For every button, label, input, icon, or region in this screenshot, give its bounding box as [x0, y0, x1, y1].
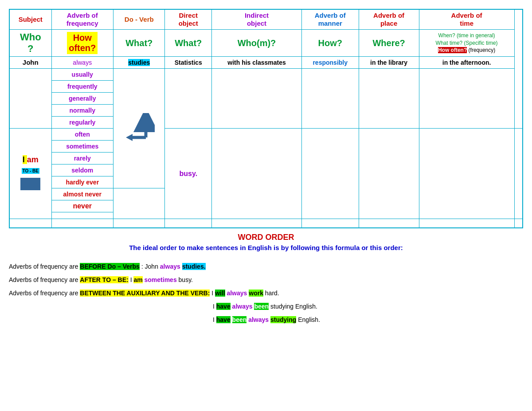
arrow-cell: [113, 69, 165, 188]
before-do-verbs-highlight: BEFORE Do – Verbs: [80, 263, 140, 270]
empty-manner-bottom: [359, 129, 419, 219]
john-row: John always studies Statistics with his …: [9, 57, 523, 69]
empty-last-row: [9, 219, 523, 228]
th-subject: Subject: [9, 9, 51, 30]
th-adv-freq: Adverb offrequency: [51, 9, 113, 30]
arrow-icon: [124, 113, 155, 144]
bottom-line-2: Adverbs of frequency are AFTER TO – BE: …: [9, 274, 523, 286]
word-order-subtitle: The ideal order to make sentences in Eng…: [9, 244, 523, 251]
q-adv-place: Where?: [359, 30, 419, 57]
empty-direct-top: [165, 69, 212, 129]
main-table: Subject Adverb offrequency Do - Verb Dir…: [9, 9, 523, 228]
question-row: Who? Howoften? What? What? Who(m)? How?: [9, 30, 523, 57]
q-do-verb: What?: [113, 30, 165, 57]
after-to-be-highlight: AFTER TO – BE:: [80, 276, 128, 283]
empty-place-top: [359, 69, 419, 129]
john-adv-manner: responsibly: [301, 57, 359, 69]
bottom-line-4: I have always been studying English.: [213, 300, 523, 313]
q-adv-time: When? (time in general) What time? (Spec…: [419, 30, 514, 57]
bottom-section: Adverbs of frequency are BEFORE Do – Ver…: [9, 260, 523, 326]
bottom-line-3: Adverbs of frequency are BETWEEN THE AUX…: [9, 287, 523, 299]
svg-marker-3: [126, 134, 133, 141]
bottom-line-5: I have been always studying English.: [213, 313, 523, 326]
john-subject: John: [9, 57, 51, 69]
freq-generally: generally: [51, 93, 113, 105]
busy-cell: busy.: [165, 129, 212, 219]
th-do-verb: Do - Verb: [113, 9, 165, 30]
john-adv-freq: always: [51, 57, 113, 69]
q-subject: Who?: [9, 30, 51, 57]
freq-rarely: rarely: [51, 153, 113, 164]
th-adv-manner: Adverb ofmanner: [301, 9, 359, 30]
i-am-subject: I am TO - BE: [9, 129, 51, 219]
word-order-title: WORD ORDER: [9, 233, 523, 242]
empty-time-top: [419, 69, 514, 129]
empty-subject-top: [9, 69, 51, 129]
blue-box: [20, 178, 40, 190]
between-highlight: BETWEEN THE AUXILIARY AND THE VERB:: [80, 290, 210, 297]
freq-frequently: frequently: [51, 81, 113, 93]
freq-almost: almost never: [51, 188, 113, 200]
empty-direct-bottom: [212, 129, 302, 219]
th-adv-place: Adverb ofplace: [359, 9, 419, 30]
john-do-verb: studies: [113, 57, 165, 69]
freq-regularly: regularly: [51, 117, 113, 129]
th-direct: Directobject: [165, 9, 212, 30]
q-direct: What?: [165, 30, 212, 57]
empty-indirect-bottom: [301, 129, 359, 219]
empty-place-bottom: [419, 129, 514, 219]
main-container: Subject Adverb offrequency Do - Verb Dir…: [9, 9, 523, 326]
word-order-section: WORD ORDER The ideal order to make sente…: [9, 233, 523, 251]
freq-usually: usually: [51, 69, 113, 81]
freq-normally: normally: [51, 105, 113, 117]
freq-sometimes: sometimes: [51, 141, 113, 153]
th-indirect: Indirectobject: [212, 9, 302, 30]
freq-seldom: seldom: [51, 164, 113, 176]
indent-lines: I have always been studying English. I h…: [9, 300, 523, 326]
header-row: Subject Adverb offrequency Do - Verb Dir…: [9, 9, 523, 30]
john-adv-time: in the afternoon.: [419, 57, 514, 69]
i-am-often-row: I am TO - BE often busy.: [9, 129, 523, 141]
freq-empty: [51, 212, 113, 219]
freq-top-row: usually: [9, 69, 523, 81]
john-direct: Statistics: [165, 57, 212, 69]
empty-indirect-top: [212, 69, 302, 129]
q-adv-manner: How?: [301, 30, 359, 57]
empty-manner-top: [301, 69, 359, 129]
th-adv-time: Adverb oftime: [419, 9, 514, 30]
freq-often: often: [51, 129, 113, 141]
empty-time-bottom: [514, 129, 523, 219]
freq-hardly: hardly ever: [51, 176, 113, 188]
q-adv-freq: Howoften?: [51, 30, 113, 57]
q-indirect: Who(m)?: [212, 30, 302, 57]
freq-never: never: [51, 200, 113, 212]
john-indirect: with his classmates: [212, 57, 302, 69]
bottom-line-1: Adverbs of frequency are BEFORE Do – Ver…: [9, 260, 523, 273]
john-adv-place: in the library: [359, 57, 419, 69]
